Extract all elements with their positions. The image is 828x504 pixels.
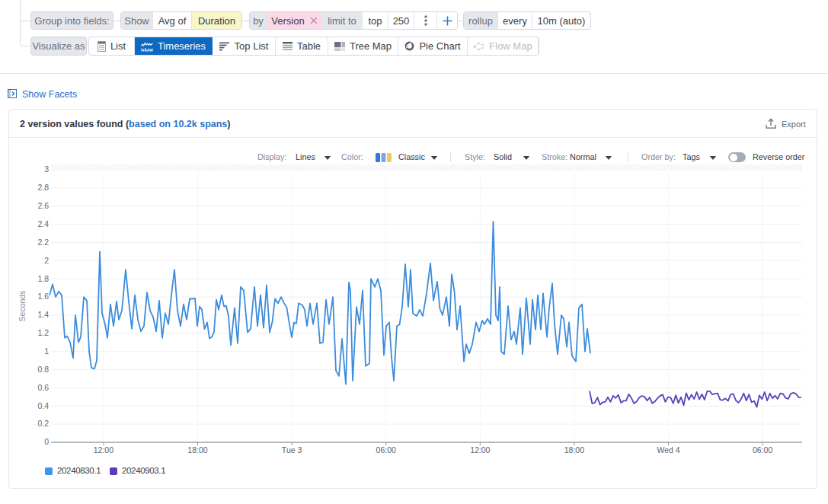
svg-text:1.8: 1.8 <box>37 274 49 283</box>
svg-text:2.8: 2.8 <box>37 183 49 192</box>
svg-text:0.8: 0.8 <box>37 365 49 374</box>
svg-text:3: 3 <box>44 164 49 174</box>
svg-text:0: 0 <box>44 437 49 446</box>
svg-text:06:00: 06:00 <box>376 445 396 455</box>
svg-text:0.2: 0.2 <box>37 419 49 428</box>
svg-text:18:00: 18:00 <box>187 445 207 455</box>
svg-text:Wed 4: Wed 4 <box>657 445 679 455</box>
svg-text:06:00: 06:00 <box>753 445 772 455</box>
svg-text:12:00: 12:00 <box>94 445 113 455</box>
svg-text:2.6: 2.6 <box>37 201 49 210</box>
svg-text:1.6: 1.6 <box>37 292 49 301</box>
svg-text:0.6: 0.6 <box>37 383 49 392</box>
svg-text:1.4: 1.4 <box>37 310 49 319</box>
svg-text:2: 2 <box>44 256 49 265</box>
svg-text:1: 1 <box>44 346 49 356</box>
svg-text:Tue 3: Tue 3 <box>282 445 302 455</box>
svg-text:1.2: 1.2 <box>37 328 49 337</box>
svg-text:12:00: 12:00 <box>470 445 490 455</box>
svg-text:0.4: 0.4 <box>37 401 49 410</box>
svg-text:2.2: 2.2 <box>37 238 49 247</box>
svg-text:2.4: 2.4 <box>37 219 49 228</box>
svg-text:Seconds: Seconds <box>18 291 27 322</box>
svg-text:18:00: 18:00 <box>564 445 584 455</box>
